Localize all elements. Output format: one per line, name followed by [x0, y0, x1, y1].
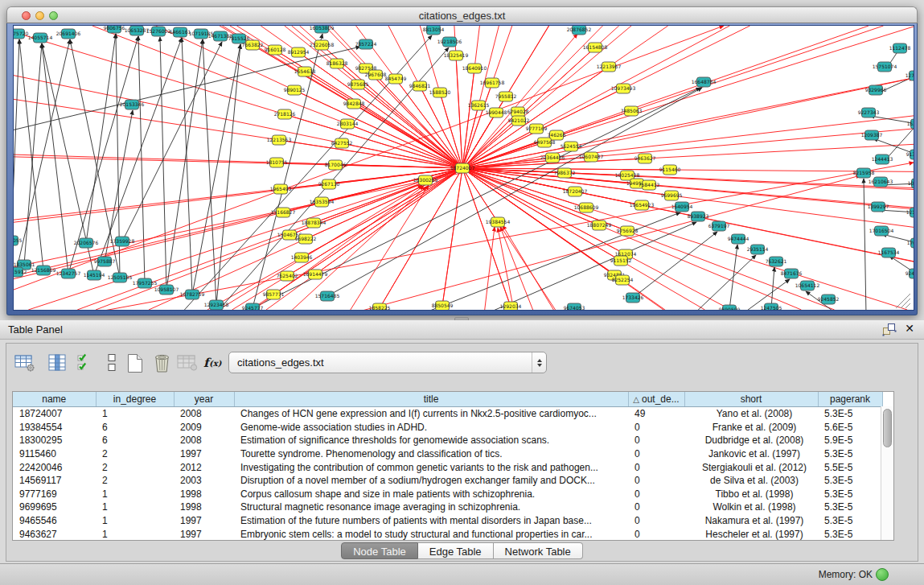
- graph-edge[interactable]: [503, 225, 556, 310]
- table-cell[interactable]: 2: [96, 460, 174, 474]
- table-row[interactable]: 977716911998Corpus callosum shape and si…: [13, 488, 882, 501]
- table-cell[interactable]: 9777169: [13, 488, 96, 501]
- graph-edge[interactable]: [322, 168, 462, 202]
- table-cell[interactable]: 0: [628, 434, 684, 447]
- table-cell[interactable]: 5.5E-5: [818, 460, 882, 474]
- table-cell[interactable]: 0: [628, 474, 684, 488]
- citation-network-graph[interactable]: 1675720140557142069140698067561065328715…: [14, 26, 914, 310]
- graph-edge[interactable]: [347, 124, 462, 168]
- network-selector[interactable]: citations_edges.txt: [228, 352, 547, 373]
- graph-edge[interactable]: [285, 114, 462, 168]
- table-scrollbar[interactable]: [881, 406, 893, 540]
- show-columns-icon[interactable]: [45, 352, 69, 374]
- graph-edge[interactable]: [305, 72, 462, 168]
- table-cell[interactable]: 19384554: [13, 421, 96, 435]
- table-cell[interactable]: 5.3E-5: [818, 488, 882, 501]
- table-cell[interactable]: de Silva et al. (2003): [684, 474, 818, 488]
- network-canvas[interactable]: 1675720140557142069140698067561065328715…: [13, 25, 914, 311]
- table-row[interactable]: 1456911722003Disruption of a novel membe…: [13, 474, 882, 488]
- column-header-short[interactable]: short: [684, 392, 818, 407]
- table-cell[interactable]: Estimation of significance thresholds fo…: [234, 434, 628, 447]
- table-cell[interactable]: 5.3E-5: [818, 527, 882, 541]
- table-cell[interactable]: Disruption of a novel member of a sodium…: [234, 474, 628, 488]
- table-cell[interactable]: Changes of HCN gene expression and I(f) …: [234, 407, 628, 421]
- table-cell[interactable]: 49: [628, 407, 684, 421]
- column-header-pagerank[interactable]: pagerank: [818, 392, 882, 407]
- table-cell[interactable]: 0: [628, 447, 684, 461]
- float-panel-icon[interactable]: [882, 323, 897, 340]
- table-cell[interactable]: 1998: [174, 488, 234, 501]
- memory-status-indicator[interactable]: [876, 568, 889, 581]
- table-cell[interactable]: 5.6E-5: [818, 421, 882, 435]
- table-cell[interactable]: 9463627: [13, 527, 96, 541]
- table-cell[interactable]: 5.3E-5: [818, 474, 882, 488]
- table-cell[interactable]: 5.3E-5: [818, 501, 882, 514]
- graph-edge[interactable]: [693, 255, 756, 310]
- graph-edge[interactable]: [347, 185, 429, 310]
- table-cell[interactable]: 0: [628, 527, 684, 541]
- table-cell[interactable]: 5.3E-5: [818, 447, 882, 461]
- table-row[interactable]: 946362711997Embryonic stem cells: a mode…: [13, 527, 882, 541]
- table-cell[interactable]: 14569117: [13, 474, 96, 488]
- table-cell[interactable]: 6: [96, 421, 174, 435]
- table-cell[interactable]: Investigating the contribution of common…: [234, 460, 628, 474]
- create-column-icon[interactable]: [123, 352, 147, 374]
- table-row[interactable]: 1830029562008Estimation of significance …: [13, 434, 882, 447]
- table-cell[interactable]: Franke et al. (2009): [684, 421, 818, 435]
- table-cell[interactable]: 9699695: [13, 501, 96, 514]
- graph-edge[interactable]: [442, 168, 462, 306]
- column-header-in-degree[interactable]: in_degree: [96, 392, 174, 407]
- graph-edge[interactable]: [42, 43, 68, 274]
- table-cell[interactable]: 1: [96, 488, 174, 501]
- table-cell[interactable]: Structural magnetic resonance image aver…: [234, 501, 628, 514]
- delete-column-icon[interactable]: [150, 352, 174, 374]
- graph-edge[interactable]: [14, 39, 19, 241]
- graph-edge[interactable]: [94, 38, 182, 275]
- table-cell[interactable]: 0: [628, 421, 684, 435]
- table-cell[interactable]: Nakamura et al. (1997): [684, 514, 818, 528]
- table-cell[interactable]: 2: [96, 474, 174, 488]
- graph-edge[interactable]: [456, 56, 462, 168]
- table-cell[interactable]: 9115460: [13, 447, 96, 461]
- table-cell[interactable]: 0: [628, 460, 684, 474]
- table-cell[interactable]: 1997: [174, 514, 234, 528]
- table-cell[interactable]: 1: [96, 514, 174, 528]
- table-cell[interactable]: Hescheler et al. (1997): [684, 527, 818, 541]
- table-cell[interactable]: 6: [96, 434, 174, 447]
- window-titlebar[interactable]: citations_edges.txt: [6, 6, 918, 23]
- table-cell[interactable]: Corpus callosum shape and size in male p…: [234, 488, 628, 501]
- table-cell[interactable]: 2: [96, 447, 174, 461]
- table-cell[interactable]: Stergiakouli et al. (2012): [684, 460, 818, 474]
- column-header-title[interactable]: title: [234, 392, 628, 407]
- graph-edge[interactable]: [462, 68, 474, 168]
- table-cell[interactable]: 0: [628, 488, 684, 501]
- select-all-icon[interactable]: [73, 352, 97, 374]
- tab-node-table[interactable]: Node Table: [341, 542, 418, 559]
- tab-edge-table[interactable]: Edge Table: [418, 542, 493, 559]
- table-cell[interactable]: 2008: [174, 407, 234, 421]
- table-cell[interactable]: Tourette syndrome. Phenomenology and cla…: [234, 447, 628, 461]
- close-panel-icon[interactable]: ✕: [905, 322, 914, 335]
- table-cell[interactable]: Genome-wide association studies in ADHD.: [234, 421, 628, 435]
- table-cell[interactable]: Dudbridge et al. (2008): [684, 434, 818, 447]
- table-cell[interactable]: 1: [96, 527, 174, 541]
- column-header-out-degree[interactable]: △out_de...: [628, 392, 684, 407]
- table-cell[interactable]: 1: [96, 501, 174, 514]
- graph-edge[interactable]: [462, 168, 498, 222]
- table-cell[interactable]: 0: [628, 514, 684, 528]
- function-builder-icon[interactable]: f (x): [202, 352, 226, 374]
- canvas-resize-grip[interactable]: [896, 294, 910, 308]
- table-cell[interactable]: Embryonic stem cells: a model to study s…: [234, 527, 628, 541]
- import-table-icon[interactable]: [176, 352, 200, 374]
- table-cell[interactable]: 2012: [174, 460, 234, 474]
- graph-edge[interactable]: [203, 39, 216, 305]
- table-cell[interactable]: Wolkin et al. (1998): [684, 501, 818, 514]
- table-cell[interactable]: 1998: [174, 501, 234, 514]
- graph-edge[interactable]: [498, 228, 515, 310]
- table-cell[interactable]: 1997: [174, 447, 234, 461]
- table-row[interactable]: 1872400712008Changes of HCN gene express…: [13, 407, 882, 421]
- table-row[interactable]: 1938455462009Genome-wide association stu…: [13, 421, 882, 435]
- table-cell[interactable]: Yano et al. (2008): [684, 407, 818, 421]
- table-cell[interactable]: 2008: [174, 434, 234, 447]
- table-scrollbar-thumb[interactable]: [883, 409, 892, 447]
